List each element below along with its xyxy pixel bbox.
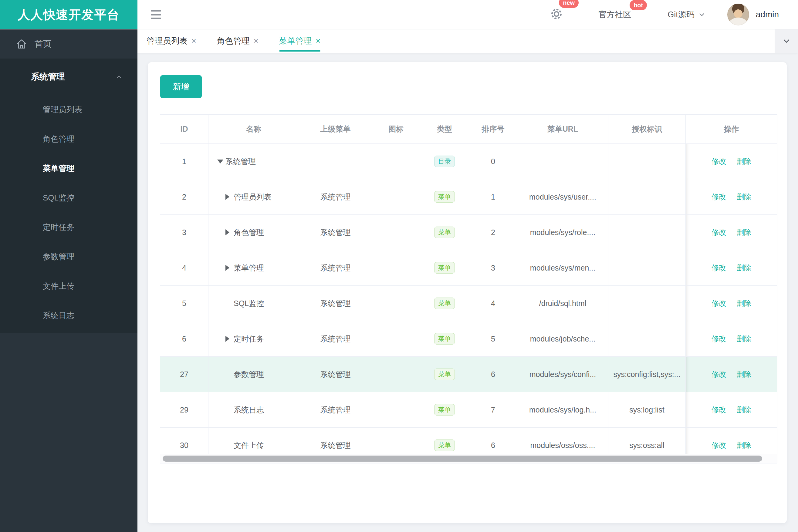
cell-parent-menu: 系统管理 <box>299 179 372 215</box>
settings-button[interactable]: new <box>550 7 563 22</box>
column-header-4: 类型 <box>420 115 469 144</box>
scrollbar-thumb[interactable] <box>163 456 762 462</box>
menu-name: 角色管理 <box>234 227 264 238</box>
sidebar-item-1[interactable]: 角色管理 <box>0 125 137 154</box>
edit-link[interactable]: 修改 <box>711 228 726 236</box>
expand-arrow-icon[interactable] <box>225 229 234 235</box>
close-icon[interactable]: × <box>191 36 196 46</box>
sidebar-item-4[interactable]: 定时任务 <box>0 213 137 242</box>
sidebar-item-2[interactable]: 菜单管理 <box>0 154 137 183</box>
cell-auth-mark <box>608 215 686 250</box>
cell-id: 27 <box>160 357 208 392</box>
sidebar-item-0[interactable]: 管理员列表 <box>0 95 137 125</box>
edit-link[interactable]: 修改 <box>711 335 726 343</box>
cell-menu-url: modules/job/sche... <box>517 321 608 357</box>
menu-id: 1 <box>182 157 186 166</box>
main-content: 新增 ID名称上级菜单图标类型排序号菜单URL授权标识操作 1 系统管理 目录 … <box>137 53 798 532</box>
sidebar-home-label: 首页 <box>35 38 52 50</box>
cell-auth-mark <box>608 144 686 179</box>
cell-id: 2 <box>160 179 208 215</box>
type-badge: 菜单 <box>434 368 455 380</box>
community-label: 官方社区 <box>598 10 631 19</box>
tab-0[interactable]: 管理员列表× <box>147 29 196 53</box>
tab-label: 角色管理 <box>217 36 250 46</box>
git-source-dropdown[interactable]: Git源码 <box>668 9 706 20</box>
menu-toggle-icon[interactable] <box>151 10 161 19</box>
cell-parent-menu: 系统管理 <box>299 215 372 250</box>
table-row: 1 系统管理 目录 0 修改 删除 <box>160 144 777 179</box>
cell-type: 菜单 <box>420 321 469 357</box>
delete-link[interactable]: 删除 <box>737 193 751 201</box>
community-link[interactable]: 官方社区 hot <box>598 9 631 20</box>
cell-parent-menu: 系统管理 <box>299 392 372 428</box>
cell-auth-mark: sys:config:list,sys:... <box>608 357 686 392</box>
username[interactable]: admin <box>756 10 779 19</box>
cell-icon <box>372 215 420 250</box>
edit-link[interactable]: 修改 <box>711 299 726 307</box>
cell-id: 4 <box>160 250 208 286</box>
edit-link[interactable]: 修改 <box>711 370 726 378</box>
add-button[interactable]: 新增 <box>160 75 202 98</box>
edit-link[interactable]: 修改 <box>711 441 726 449</box>
sidebar-item-6[interactable]: 文件上传 <box>0 271 137 301</box>
cell-name: 系统日志 <box>208 392 299 428</box>
delete-link[interactable]: 删除 <box>737 157 751 165</box>
sidebar-section-system: 系统管理 管理员列表角色管理菜单管理SQL监控定时任务参数管理文件上传系统日志 <box>0 59 137 333</box>
cell-actions: 修改 删除 <box>686 286 777 321</box>
sidebar-submenu: 管理员列表角色管理菜单管理SQL监控定时任务参数管理文件上传系统日志 <box>0 95 137 333</box>
sidebar-item-7[interactable]: 系统日志 <box>0 301 137 330</box>
column-header-5: 排序号 <box>469 115 517 144</box>
expand-arrow-icon[interactable] <box>225 265 234 271</box>
menu-id: 30 <box>180 441 188 450</box>
cell-parent-menu: 系统管理 <box>299 321 372 357</box>
edit-link[interactable]: 修改 <box>711 193 726 201</box>
close-icon[interactable]: × <box>254 36 259 46</box>
delete-link[interactable]: 删除 <box>737 441 751 449</box>
cell-id: 29 <box>160 392 208 428</box>
expand-arrow-icon[interactable] <box>225 336 234 342</box>
tab-2[interactable]: 菜单管理× <box>279 29 321 53</box>
delete-link[interactable]: 删除 <box>737 335 751 343</box>
new-badge: new <box>559 0 579 8</box>
type-badge: 菜单 <box>434 333 455 345</box>
tab-bar: 管理员列表×角色管理×菜单管理× <box>137 29 798 53</box>
avatar[interactable] <box>727 4 749 25</box>
expand-arrow-icon[interactable] <box>225 194 234 200</box>
close-icon[interactable]: × <box>316 36 321 46</box>
cell-menu-url: modules/sys/confi... <box>517 357 608 392</box>
tab-1[interactable]: 角色管理× <box>217 29 259 53</box>
delete-link[interactable]: 删除 <box>737 264 751 272</box>
horizontal-scrollbar[interactable] <box>160 454 777 463</box>
edit-link[interactable]: 修改 <box>711 405 726 414</box>
cell-type: 菜单 <box>420 179 469 215</box>
sidebar-section-header[interactable]: 系统管理 <box>0 59 137 95</box>
delete-link[interactable]: 删除 <box>737 299 751 307</box>
cell-name: 系统管理 <box>208 144 299 179</box>
column-header-6: 菜单URL <box>517 115 608 144</box>
edit-link[interactable]: 修改 <box>711 264 726 272</box>
column-header-8: 操作 <box>686 115 777 144</box>
cell-auth-mark: sys:log:list <box>608 392 686 428</box>
app-title: 人人快速开发平台 <box>18 6 120 23</box>
expand-arrow-icon[interactable] <box>217 159 225 164</box>
delete-link[interactable]: 删除 <box>737 405 751 414</box>
tabs-dropdown-button[interactable] <box>775 29 798 53</box>
menu-name: 参数管理 <box>234 369 264 379</box>
sidebar-item-5[interactable]: 参数管理 <box>0 242 137 271</box>
delete-link[interactable]: 删除 <box>737 228 751 236</box>
sidebar-item-3[interactable]: SQL监控 <box>0 183 137 213</box>
edit-link[interactable]: 修改 <box>711 157 726 165</box>
cell-order: 3 <box>469 250 517 286</box>
table-row: 4 菜单管理 系统管理 菜单 3 modules/sys/men... 修改 删… <box>160 250 777 286</box>
column-header-0: ID <box>160 115 208 144</box>
cell-auth-mark <box>608 250 686 286</box>
menu-name: 系统管理 <box>225 156 256 167</box>
sidebar-item-home[interactable]: 首页 <box>0 29 137 59</box>
table-row: 6 定时任务 系统管理 菜单 5 modules/job/sche... 修改 … <box>160 321 777 357</box>
chevron-up-icon <box>115 73 123 81</box>
cell-menu-url: modules/sys/log.h... <box>517 392 608 428</box>
delete-link[interactable]: 删除 <box>737 370 751 378</box>
cell-id: 6 <box>160 321 208 357</box>
cell-name: 管理员列表 <box>208 179 299 215</box>
menu-management-card: 新增 ID名称上级菜单图标类型排序号菜单URL授权标识操作 1 系统管理 目录 … <box>148 62 787 523</box>
